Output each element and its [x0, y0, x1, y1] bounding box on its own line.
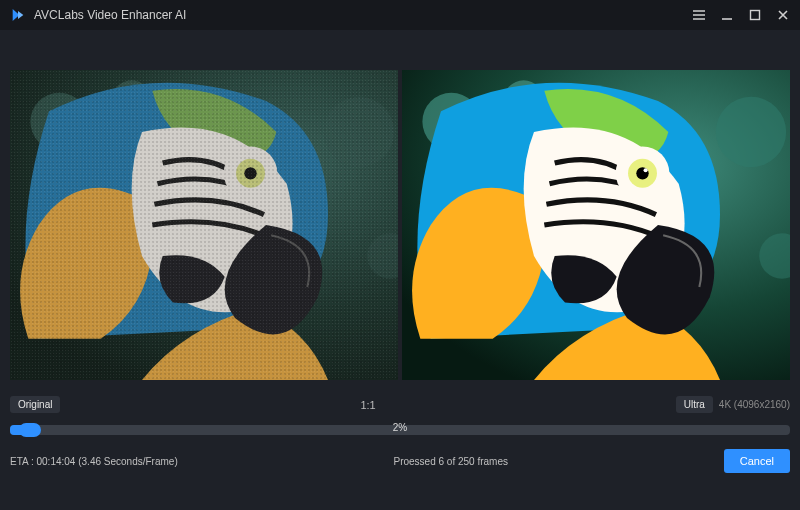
eta-label: ETA :	[10, 456, 34, 467]
resolution-label: 4K (4096x2160)	[719, 399, 790, 410]
enhanced-pane	[402, 70, 790, 380]
eta-text: ETA : 00:14:04 (3.46 Seconds/Frame)	[10, 456, 178, 467]
enhanced-image	[402, 70, 790, 380]
progress-percent: 2%	[393, 422, 407, 433]
title-left: AVCLabs Video Enhancer AI	[10, 7, 186, 23]
original-image	[10, 70, 398, 380]
svg-point-6	[324, 97, 394, 167]
app-title: AVCLabs Video Enhancer AI	[34, 8, 186, 22]
preview-compare	[0, 30, 800, 390]
original-badge: Original	[10, 396, 60, 413]
svg-point-10	[244, 167, 256, 179]
app-logo-icon	[10, 7, 26, 23]
original-pane	[10, 70, 398, 380]
bottom-row: ETA : 00:14:04 (3.46 Seconds/Frame) Proe…	[0, 441, 800, 481]
quality-badge: Ultra	[676, 396, 713, 413]
svg-marker-1	[18, 11, 23, 19]
eta-time: 00:14:04	[37, 456, 76, 467]
progress-section: 2%	[0, 419, 800, 441]
labels-row: Original 1:1 Ultra 4K (4096x2160)	[0, 390, 800, 419]
cancel-button[interactable]: Cancel	[724, 449, 790, 473]
frames-text: Proessed 6 of 250 frames	[393, 456, 508, 467]
svg-point-14	[716, 97, 786, 167]
maximize-icon[interactable]	[748, 8, 762, 22]
menu-icon[interactable]	[692, 8, 706, 22]
svg-rect-2	[751, 11, 760, 20]
progress-handle	[19, 423, 41, 437]
quality-info: Ultra 4K (4096x2160)	[676, 396, 790, 413]
close-icon[interactable]	[776, 8, 790, 22]
svg-point-19	[644, 168, 648, 172]
ratio-label: 1:1	[70, 399, 665, 411]
title-bar: AVCLabs Video Enhancer AI	[0, 0, 800, 30]
minimize-icon[interactable]	[720, 8, 734, 22]
progress-bar[interactable]: 2%	[10, 425, 790, 435]
title-right	[692, 8, 790, 22]
eta-rate: (3.46 Seconds/Frame)	[78, 456, 178, 467]
